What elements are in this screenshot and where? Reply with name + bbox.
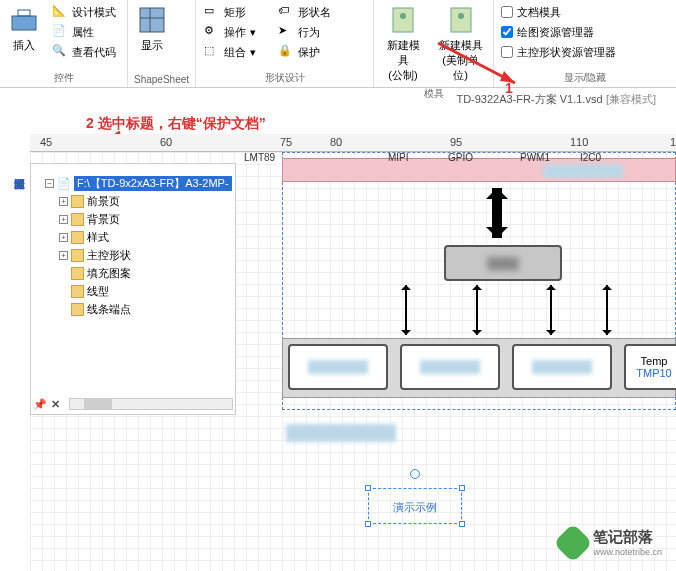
- stencil-icon: [445, 4, 477, 36]
- design-mode-item[interactable]: 📐设计模式: [50, 2, 118, 22]
- drawing-explorer-panel: −📄F:\【TD-9x2xA3-FR】A3-2MP- +前景页 +背景页 +样式…: [30, 163, 236, 415]
- handle-nw[interactable]: [365, 485, 371, 491]
- mipi-label: MIPI: [388, 152, 409, 163]
- group-label-shapesheet: ShapeSheet: [134, 72, 189, 85]
- new-stencil-metric[interactable]: 新建模具 (公制): [380, 2, 426, 85]
- run-icon: ➤: [278, 24, 294, 40]
- watermark-logo-icon: [554, 523, 594, 563]
- close-icon[interactable]: ✕: [51, 398, 63, 410]
- behavior-item[interactable]: ➤行为: [276, 22, 333, 42]
- tree-item[interactable]: +前景页: [59, 192, 235, 210]
- rotate-handle[interactable]: [410, 469, 420, 479]
- collapse-icon[interactable]: −: [45, 179, 54, 188]
- handle-ne[interactable]: [459, 485, 465, 491]
- shapename-item[interactable]: 🏷形状名: [276, 2, 333, 22]
- pwm-label: PWM1: [520, 152, 550, 163]
- stencil-icon: [387, 4, 419, 36]
- svg-rect-5: [393, 8, 413, 32]
- insert-label: 插入: [13, 38, 35, 53]
- ribbon: 插入 📐设计模式 📄属性 🔍查看代码 控件 显示 ShapeSheet ▭矩形 …: [0, 0, 676, 88]
- view-code-item[interactable]: 🔍查看代码: [50, 42, 118, 62]
- tag-icon: 🏷: [278, 4, 294, 20]
- folder-icon: [71, 285, 84, 298]
- folder-icon: [71, 303, 84, 316]
- tree-item[interactable]: 线条端点: [59, 300, 235, 318]
- arrow-i2c: [606, 285, 608, 335]
- arrow-mipi: [405, 285, 407, 335]
- svg-point-6: [400, 13, 406, 19]
- demo-text: 演示示例: [393, 501, 437, 513]
- group-item[interactable]: ⬚组合▾: [202, 42, 258, 62]
- chk-master-explorer[interactable]: 主控形状资源管理器: [500, 42, 617, 62]
- expand-icon[interactable]: +: [59, 215, 68, 224]
- grid-icon: [136, 4, 168, 36]
- tree-scrollbar[interactable]: [69, 398, 233, 410]
- arrow-pwm: [550, 285, 552, 335]
- thick-arrow: [492, 188, 502, 238]
- group-label-controls: 控件: [6, 69, 121, 85]
- demo-selection[interactable]: 演示示例: [368, 488, 462, 524]
- temp-box[interactable]: Temp TMP10: [624, 344, 676, 390]
- i2c-label: I2C0: [580, 152, 601, 163]
- horizontal-ruler: 45 60 75 80 95 110 125: [30, 134, 676, 152]
- tree-item[interactable]: 线型: [59, 282, 235, 300]
- handle-sw[interactable]: [365, 521, 371, 527]
- ruler-icon: 📐: [52, 4, 68, 20]
- chk-doc-stencil[interactable]: 文档模具: [500, 2, 617, 22]
- toolbox-icon: [8, 4, 40, 36]
- pin-icon[interactable]: 📌: [33, 398, 45, 410]
- lock-icon: 🔒: [278, 44, 294, 60]
- folder-icon: [71, 249, 84, 262]
- tree-item[interactable]: +主控形状: [59, 246, 235, 264]
- device-box-2[interactable]: [400, 344, 500, 390]
- gpio-label: GPIO: [448, 152, 473, 163]
- tree-item[interactable]: +样式: [59, 228, 235, 246]
- folder-icon: [71, 267, 84, 280]
- scrollbar-thumb[interactable]: [84, 399, 112, 409]
- properties-icon: 📄: [52, 24, 68, 40]
- group-label-shapes: 形状设计: [202, 69, 367, 85]
- cpu-box[interactable]: ████: [444, 245, 562, 281]
- protect-item[interactable]: 🔒保护: [276, 42, 333, 62]
- folder-icon: [71, 213, 84, 226]
- rect-item[interactable]: ▭矩形: [202, 2, 258, 22]
- svg-rect-2: [140, 8, 164, 32]
- action-item[interactable]: ⚙操作▾: [202, 22, 258, 42]
- doc-name: TD-9322A3-FR-方案 V1.1.vsd: [456, 93, 602, 105]
- tree-item[interactable]: +背景页: [59, 210, 235, 228]
- show-button[interactable]: 显示: [134, 2, 170, 55]
- rect-icon: ▭: [204, 4, 220, 20]
- watermark: 笔记部落 www.notetribe.cn: [559, 528, 662, 557]
- chevron-down-icon: ▾: [250, 26, 256, 39]
- chk-drawing-explorer[interactable]: 绘图资源管理器: [500, 22, 617, 42]
- group-icon: ⬚: [204, 44, 220, 60]
- tree-root[interactable]: −📄F:\【TD-9x2xA3-FR】A3-2MP-: [45, 174, 235, 192]
- svg-rect-7: [451, 8, 471, 32]
- tree-item[interactable]: 填充图案: [59, 264, 235, 282]
- blur-text: [286, 424, 396, 442]
- annotation-1: 1: [505, 80, 513, 96]
- handle-se[interactable]: [459, 521, 465, 527]
- folder-icon: [71, 231, 84, 244]
- arrow-gpio: [476, 285, 478, 335]
- device-box-3[interactable]: [512, 344, 612, 390]
- show-label: 显示: [141, 38, 163, 53]
- properties-item[interactable]: 📄属性: [50, 22, 118, 42]
- compat-mode: [兼容模式]: [606, 93, 656, 105]
- document-title-bar: TD-9322A3-FR-方案 V1.1.vsd [兼容模式]: [0, 88, 676, 112]
- expand-icon[interactable]: +: [59, 197, 68, 206]
- expand-icon[interactable]: +: [59, 251, 68, 260]
- lmt89-label: LMT89: [244, 152, 275, 163]
- expand-icon[interactable]: +: [59, 233, 68, 242]
- code-icon: 🔍: [52, 44, 68, 60]
- device-box-1[interactable]: [288, 344, 388, 390]
- svg-rect-1: [18, 10, 30, 16]
- insert-button[interactable]: 插入: [6, 2, 42, 55]
- new-stencil-us[interactable]: 新建模具 (美制单位): [434, 2, 487, 85]
- pink-bar: [282, 158, 676, 182]
- doc-icon: 📄: [57, 177, 71, 190]
- svg-rect-0: [12, 16, 36, 30]
- folder-icon: [71, 195, 84, 208]
- svg-point-8: [458, 13, 464, 19]
- group-label-showhide: 显示/隐藏: [500, 69, 670, 85]
